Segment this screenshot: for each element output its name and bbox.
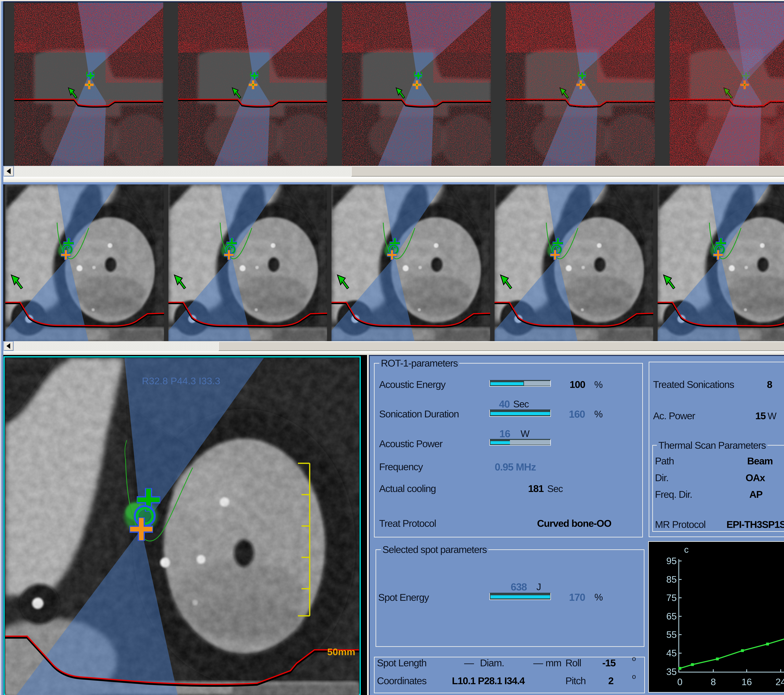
svg-text:c: c (684, 544, 688, 555)
svg-text:85: 85 (666, 574, 677, 585)
svg-text:R32.8 P44.3 I33.3: R32.8 P44.3 I33.3 (142, 375, 220, 386)
svg-text:75: 75 (666, 593, 677, 603)
svg-text:24: 24 (776, 677, 784, 687)
svg-text:45: 45 (666, 648, 677, 658)
svg-text:16: 16 (741, 677, 752, 687)
svg-text:50mm: 50mm (327, 646, 355, 657)
svg-text:55: 55 (666, 629, 677, 640)
svg-text:35: 35 (666, 667, 677, 677)
svg-text:8: 8 (711, 677, 716, 687)
svg-text:65: 65 (666, 611, 677, 621)
svg-text:0: 0 (677, 677, 682, 687)
svg-text:95: 95 (666, 556, 677, 566)
